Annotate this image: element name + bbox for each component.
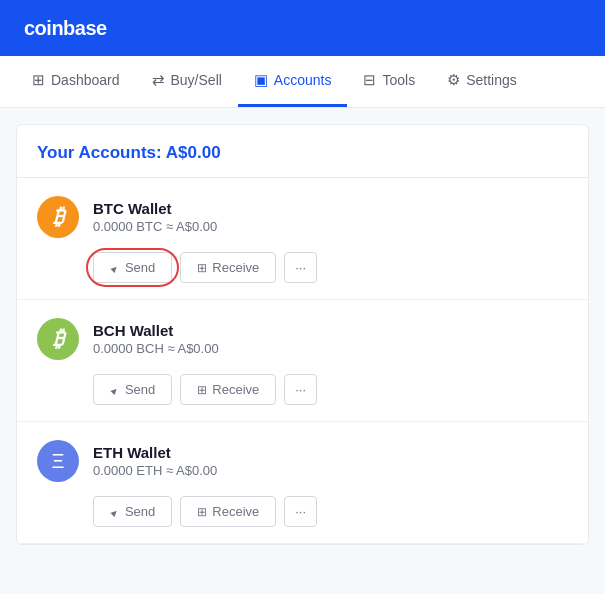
main-content: Your Accounts: A$0.00 ₿ BTC Wallet 0.000… bbox=[0, 108, 605, 561]
eth-wallet-name: ETH Wallet bbox=[93, 444, 568, 461]
eth-more-button[interactable]: ··· bbox=[284, 496, 317, 527]
app-header: coinbase bbox=[0, 0, 605, 56]
wallet-row-btc: ₿ BTC Wallet 0.0000 BTC ≈ A$0.00 Send Re… bbox=[17, 178, 588, 300]
nav-item-settings[interactable]: ⚙ Settings bbox=[431, 56, 533, 107]
settings-icon: ⚙ bbox=[447, 71, 460, 89]
nav-item-tools[interactable]: ⊟ Tools bbox=[347, 56, 431, 107]
bch-receive-button[interactable]: Receive bbox=[180, 374, 276, 405]
send-icon-eth bbox=[110, 504, 120, 519]
wallet-info-bch: ₿ BCH Wallet 0.0000 BCH ≈ A$0.00 bbox=[37, 318, 568, 360]
accounts-heading: Your Accounts: A$0.00 bbox=[17, 125, 588, 178]
btc-icon: ₿ bbox=[37, 196, 79, 238]
nav-item-buysell[interactable]: ⇄ Buy/Sell bbox=[136, 56, 238, 107]
dashboard-icon: ⊞ bbox=[32, 71, 45, 89]
more-icon-eth: ··· bbox=[295, 504, 306, 519]
send-icon-bch bbox=[110, 382, 120, 397]
btc-send-button[interactable]: Send bbox=[93, 252, 172, 283]
nav-label-tools: Tools bbox=[382, 72, 415, 88]
wallet-row-bch: ₿ BCH Wallet 0.0000 BCH ≈ A$0.00 Send Re… bbox=[17, 300, 588, 422]
bch-wallet-balance: 0.0000 BCH ≈ A$0.00 bbox=[93, 341, 568, 356]
more-icon-bch: ··· bbox=[295, 382, 306, 397]
btc-wallet-actions: Send Receive ··· bbox=[93, 252, 568, 283]
more-icon-btc: ··· bbox=[295, 260, 306, 275]
main-nav: ⊞ Dashboard ⇄ Buy/Sell ▣ Accounts ⊟ Tool… bbox=[0, 56, 605, 108]
eth-receive-button[interactable]: Receive bbox=[180, 496, 276, 527]
receive-icon-btc bbox=[197, 260, 207, 275]
nav-label-settings: Settings bbox=[466, 72, 517, 88]
bch-icon: ₿ bbox=[37, 318, 79, 360]
bch-more-button[interactable]: ··· bbox=[284, 374, 317, 405]
btc-receive-button[interactable]: Receive bbox=[180, 252, 276, 283]
eth-send-button[interactable]: Send bbox=[93, 496, 172, 527]
eth-wallet-actions: Send Receive ··· bbox=[93, 496, 568, 527]
eth-icon: Ξ bbox=[37, 440, 79, 482]
bch-wallet-actions: Send Receive ··· bbox=[93, 374, 568, 405]
btc-wallet-balance: 0.0000 BTC ≈ A$0.00 bbox=[93, 219, 568, 234]
wallet-info-btc: ₿ BTC Wallet 0.0000 BTC ≈ A$0.00 bbox=[37, 196, 568, 238]
tools-icon: ⊟ bbox=[363, 71, 376, 89]
btc-wallet-name: BTC Wallet bbox=[93, 200, 568, 217]
buysell-icon: ⇄ bbox=[152, 71, 165, 89]
nav-label-accounts: Accounts bbox=[274, 72, 332, 88]
accounts-card: Your Accounts: A$0.00 ₿ BTC Wallet 0.000… bbox=[16, 124, 589, 545]
wallet-row-eth: Ξ ETH Wallet 0.0000 ETH ≈ A$0.00 Send Re… bbox=[17, 422, 588, 544]
accounts-icon: ▣ bbox=[254, 71, 268, 89]
btc-more-button[interactable]: ··· bbox=[284, 252, 317, 283]
nav-label-dashboard: Dashboard bbox=[51, 72, 120, 88]
bch-wallet-name: BCH Wallet bbox=[93, 322, 568, 339]
eth-wallet-balance: 0.0000 ETH ≈ A$0.00 bbox=[93, 463, 568, 478]
bch-send-button[interactable]: Send bbox=[93, 374, 172, 405]
wallet-info-eth: Ξ ETH Wallet 0.0000 ETH ≈ A$0.00 bbox=[37, 440, 568, 482]
nav-item-dashboard[interactable]: ⊞ Dashboard bbox=[16, 56, 136, 107]
nav-label-buysell: Buy/Sell bbox=[171, 72, 222, 88]
receive-icon-eth bbox=[197, 504, 207, 519]
receive-icon-bch bbox=[197, 382, 207, 397]
send-icon-btc bbox=[110, 260, 120, 275]
nav-item-accounts[interactable]: ▣ Accounts bbox=[238, 56, 348, 107]
logo: coinbase bbox=[24, 17, 107, 40]
